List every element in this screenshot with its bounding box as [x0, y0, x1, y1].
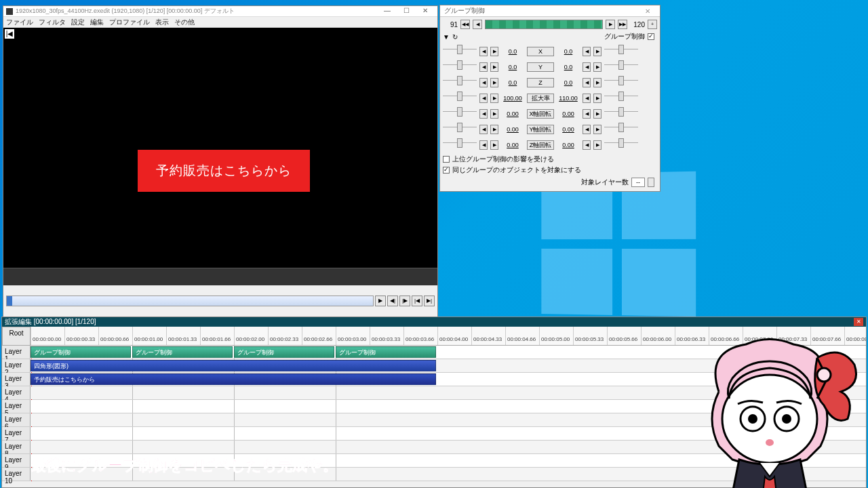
gc-inc-r-1[interactable]: ▶	[593, 62, 601, 72]
gc-inc-l-1[interactable]: ▶	[490, 62, 498, 72]
maximize-button[interactable]: ☐	[397, 7, 416, 16]
gc-dec-r-3[interactable]: ◀	[583, 94, 591, 103]
layer-label-0[interactable]: Layer 1	[2, 346, 31, 359]
gc-inc-r-3[interactable]: ▶	[593, 94, 601, 103]
minimize-button[interactable]: —	[378, 7, 397, 16]
layer-label-1[interactable]: Layer 2	[2, 359, 31, 372]
layer-label-6[interactable]: Layer 7	[2, 427, 31, 440]
menu-filter[interactable]: フィルタ	[39, 18, 66, 27]
layer-label-4[interactable]: Layer 5	[2, 400, 31, 413]
gc-slider-r-2[interactable]	[604, 80, 638, 89]
clip-group[interactable]: グループ制御	[336, 346, 436, 358]
gc-inc-l-4[interactable]: ▶	[490, 109, 498, 119]
step-fwd-button[interactable]: |▶	[399, 296, 410, 306]
gc-slider-r-5[interactable]	[604, 127, 638, 136]
gc-slider-r-6[interactable]	[604, 142, 638, 152]
menu-file[interactable]: ファイル	[6, 18, 33, 27]
gc-slider-l-1[interactable]	[443, 64, 477, 74]
gc-ffwd-button[interactable]: ▶▶	[618, 20, 627, 29]
gc-inc-l-3[interactable]: ▶	[490, 94, 498, 103]
gc-param-0[interactable]: X	[527, 47, 554, 56]
gc-dec-r-6[interactable]: ◀	[583, 140, 591, 150]
step-back-button[interactable]: ◀|	[387, 296, 398, 306]
gc-val-l-2[interactable]: 0.0	[501, 79, 524, 86]
gc-inc-r-4[interactable]: ▶	[593, 109, 601, 119]
clip-text[interactable]: 予約販売はこちらから	[31, 373, 436, 385]
gc-val-r-0[interactable]: 0.0	[557, 48, 580, 55]
gc-back-button[interactable]: ◀	[473, 20, 482, 29]
gc-dec-r-1[interactable]: ◀	[583, 62, 591, 72]
clip-group[interactable]: グループ制御	[234, 346, 334, 358]
gc-dec-l-4[interactable]: ◀	[479, 109, 488, 119]
gc-frame-timeline[interactable]	[485, 20, 603, 29]
gc-val-l-1[interactable]: 0.0	[501, 64, 524, 70]
gc-inc-l-0[interactable]: ▶	[490, 47, 498, 56]
gc-inc-l-6[interactable]: ▶	[490, 140, 498, 150]
layer-label-9[interactable]: Layer 10	[2, 468, 31, 481]
gc-rewind-button[interactable]: ◀◀	[460, 20, 470, 29]
gc-layer-spin[interactable]	[648, 178, 654, 187]
gc-val-l-6[interactable]: 0.00	[501, 142, 524, 148]
gc-val-r-2[interactable]: 0.0	[557, 79, 580, 86]
gc-dec-r-0[interactable]: ◀	[583, 47, 591, 56]
gc-ref-icon[interactable]: ↻	[452, 33, 458, 41]
gc-slider-r-3[interactable]	[604, 96, 638, 105]
gc-dec-r-4[interactable]: ◀	[583, 109, 591, 119]
gc-param-5[interactable]: Y軸回転	[527, 125, 554, 134]
gc-inc-l-5[interactable]: ▶	[490, 125, 498, 134]
gc-slider-l-5[interactable]	[443, 127, 477, 136]
gc-val-r-4[interactable]: 0.00	[557, 110, 580, 117]
gc-inc-r-2[interactable]: ▶	[593, 78, 601, 87]
gc-dec-l-2[interactable]: ◀	[479, 78, 488, 87]
clip-shape[interactable]: 四角形(図形)	[31, 360, 436, 371]
gc-param-4[interactable]: X軸回転	[527, 109, 554, 119]
gc-dec-l-0[interactable]: ◀	[479, 47, 488, 56]
next-button[interactable]: ▶|	[424, 296, 435, 306]
gc-enable-check[interactable]	[648, 33, 654, 40]
gc-dec-l-3[interactable]: ◀	[479, 94, 488, 103]
gc-dec-r-2[interactable]: ◀	[583, 78, 591, 87]
preview-canvas[interactable]: |◀ 予約販売はこちらから	[3, 28, 437, 268]
gc-slider-r-4[interactable]	[604, 111, 638, 121]
corner-icon[interactable]: |◀	[5, 29, 14, 39]
gc-param-6[interactable]: Z軸回転	[527, 140, 554, 150]
gc-slider-l-0[interactable]	[443, 49, 477, 58]
gc-slider-r-1[interactable]	[604, 64, 638, 74]
gc-dec-l-1[interactable]: ◀	[479, 62, 488, 72]
menu-profile[interactable]: プロファイル	[109, 18, 150, 27]
clip-group[interactable]: グループ制御	[31, 346, 131, 358]
gc-dec-r-5[interactable]: ◀	[583, 125, 591, 134]
gc-val-r-3[interactable]: 110.00	[557, 95, 580, 102]
gc-inc-r-0[interactable]: ▶	[593, 47, 601, 56]
gc-slider-l-4[interactable]	[443, 111, 477, 121]
gc-inc-r-5[interactable]: ▶	[593, 125, 601, 134]
gc-val-l-0[interactable]: 0.0	[501, 48, 524, 55]
gc-slider-r-0[interactable]	[604, 49, 638, 58]
menu-other[interactable]: その他	[174, 18, 195, 27]
main-titlebar[interactable]: 1920x1080_30fps_44100Hz.exedit (1920,108…	[3, 6, 437, 17]
tl-root-button[interactable]: Root	[2, 327, 31, 346]
gc-close-button[interactable]: ✕	[639, 7, 656, 15]
gc-param-3[interactable]: 拡大率	[527, 94, 554, 103]
gc-titlebar[interactable]: グループ制御 ✕	[440, 5, 660, 17]
menu-view[interactable]: 表示	[155, 18, 169, 27]
gc-val-l-4[interactable]: 0.00	[501, 110, 524, 117]
gc-layer-count[interactable]: --	[631, 178, 645, 187]
layer-label-3[interactable]: Layer 4	[2, 386, 31, 399]
gc-opt2-check[interactable]	[443, 167, 450, 174]
gc-dec-l-6[interactable]: ◀	[479, 140, 488, 150]
gc-param-2[interactable]: Z	[527, 78, 554, 87]
layer-label-2[interactable]: Layer 3	[2, 373, 31, 386]
gc-param-1[interactable]: Y	[527, 62, 554, 72]
layer-label-5[interactable]: Layer 6	[2, 413, 31, 426]
gc-add-button[interactable]: +	[648, 20, 657, 29]
gc-opt1-check[interactable]	[443, 156, 450, 163]
gc-val-l-5[interactable]: 0.00	[501, 126, 524, 133]
close-button[interactable]: ✕	[416, 7, 435, 16]
layer-label-7[interactable]: Layer 8	[2, 441, 31, 453]
prev-button[interactable]: |◀	[412, 296, 422, 306]
gc-slider-l-2[interactable]	[443, 80, 477, 89]
gc-expand-icon[interactable]: ▼	[443, 33, 450, 41]
layer-label-8[interactable]: Layer 9	[2, 454, 31, 467]
gc-val-r-5[interactable]: 0.00	[557, 126, 580, 133]
